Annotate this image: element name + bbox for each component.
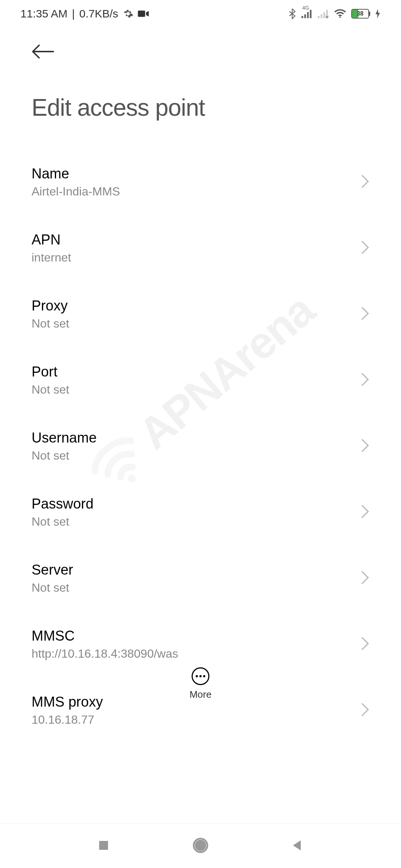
setting-item-password[interactable]: Password Not set (32, 496, 369, 562)
svg-rect-4 (307, 12, 309, 19)
gear-icon (123, 9, 133, 19)
nav-back-icon[interactable] (291, 839, 304, 854)
setting-label: Name (32, 166, 361, 182)
setting-label: Username (32, 430, 361, 446)
setting-value: Not set (32, 383, 361, 397)
svg-rect-5 (310, 10, 312, 19)
status-speed: 0.7KB/s (79, 7, 118, 20)
chevron-right-icon (361, 174, 369, 190)
setting-label: Proxy (32, 298, 361, 314)
nav-home-icon[interactable] (192, 837, 209, 855)
chevron-right-icon (361, 702, 369, 719)
charging-icon (375, 9, 381, 19)
setting-item-username[interactable]: Username Not set (32, 430, 369, 496)
back-button[interactable] (32, 44, 55, 60)
setting-value: Not set (32, 449, 361, 463)
svg-rect-10 (99, 841, 108, 850)
bluetooth-icon (288, 8, 296, 19)
setting-label: APN (32, 232, 361, 248)
setting-item-proxy[interactable]: Proxy Not set (32, 298, 369, 364)
status-bar-right: 4G 38 (288, 8, 381, 19)
svg-point-12 (196, 841, 205, 850)
setting-item-server[interactable]: Server Not set (32, 562, 369, 628)
chevron-right-icon (361, 570, 369, 586)
status-bar-left: 11:35 AM | 0.7KB/s (20, 7, 149, 20)
setting-value: 10.16.18.77 (32, 713, 361, 727)
status-time: 11:35 AM (20, 7, 68, 20)
svg-rect-2 (301, 16, 303, 18)
navigation-bar (0, 823, 401, 868)
page-title: Edit access point (32, 94, 381, 121)
status-bar: 11:35 AM | 0.7KB/s 4G (0, 0, 401, 26)
setting-value: Airtel-India-MMS (32, 185, 361, 198)
status-separator: | (72, 7, 75, 20)
chevron-right-icon (361, 372, 369, 388)
chevron-right-icon (361, 504, 369, 520)
chevron-right-icon (361, 438, 369, 454)
setting-label: MMSC (32, 628, 361, 644)
more-button[interactable]: More (0, 667, 401, 700)
signal-4g-icon: 4G (301, 9, 313, 18)
setting-item-port[interactable]: Port Not set (32, 364, 369, 430)
setting-label: Server (32, 562, 361, 578)
setting-value: http://10.16.18.4:38090/was (32, 647, 361, 661)
setting-value: Not set (32, 317, 361, 331)
battery-indicator: 38 (351, 9, 370, 19)
svg-rect-7 (321, 14, 323, 19)
chevron-right-icon (361, 306, 369, 322)
signal-no-sim-icon (318, 9, 329, 18)
setting-value: Not set (32, 515, 361, 529)
setting-value: internet (32, 251, 361, 264)
svg-rect-6 (318, 16, 320, 18)
setting-value: Not set (32, 581, 361, 595)
svg-rect-1 (138, 10, 145, 17)
chevron-right-icon (361, 240, 369, 256)
chevron-right-icon (361, 636, 369, 652)
setting-label: Port (32, 364, 361, 380)
wifi-icon (334, 9, 346, 19)
svg-rect-3 (304, 14, 306, 19)
nav-recent-icon[interactable] (97, 839, 110, 854)
svg-rect-8 (323, 12, 325, 19)
settings-list: Name Airtel-India-MMS APN internet Proxy… (0, 121, 401, 727)
setting-item-apn[interactable]: APN internet (32, 232, 369, 298)
setting-item-name[interactable]: Name Airtel-India-MMS (32, 166, 369, 232)
more-icon (192, 667, 209, 685)
video-camera-icon (138, 10, 149, 18)
more-label: More (0, 689, 401, 700)
setting-label: Password (32, 496, 361, 512)
